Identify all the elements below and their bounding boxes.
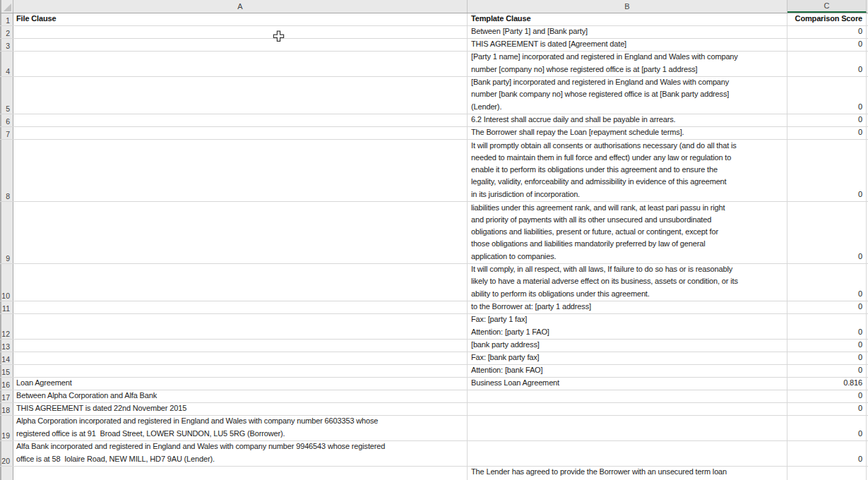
row-header-2[interactable]: 2 — [0, 26, 13, 38]
cell-B14[interactable]: Fax: [bank party fax] — [468, 352, 787, 364]
cell-C15[interactable]: 0 — [787, 365, 867, 377]
cell-A10[interactable] — [13, 264, 468, 301]
row-header-14[interactable]: 14 — [0, 352, 13, 364]
cell-C16[interactable]: 0.816 — [787, 378, 867, 390]
cell-C8[interactable]: 0 — [787, 140, 867, 201]
cell-C21[interactable]: 0.896 — [787, 467, 867, 480]
row-header-21[interactable]: 21 — [0, 467, 13, 480]
row-header-3[interactable]: 3 — [0, 39, 13, 51]
cell-B3[interactable]: THIS AGREEMENT is dated [Agreement date] — [468, 39, 787, 51]
row-19: 19Alpha Corporation incorporated and reg… — [0, 416, 868, 441]
cell-C6[interactable]: 0 — [787, 114, 867, 126]
cell-A5[interactable] — [13, 77, 468, 114]
spreadsheet-window: A B C 1File ClauseTemplate ClauseCompari… — [0, 0, 868, 480]
cell-C17[interactable]: 0 — [787, 390, 867, 402]
row-2: 2Between [Party 1] and [Bank party]0 — [0, 26, 868, 39]
cell-A12[interactable] — [13, 314, 468, 339]
cell-B12[interactable]: Fax: [party 1 fax] Attention: [party 1 F… — [468, 314, 787, 339]
cell-B9[interactable]: liabilities under this agreement rank, a… — [468, 202, 787, 263]
cell-B8[interactable]: It will promptly obtain all consents or … — [468, 140, 787, 201]
row-header-1[interactable]: 1 — [0, 13, 13, 25]
cell-A14[interactable] — [13, 352, 468, 364]
cell-A13[interactable] — [13, 340, 468, 352]
cell-C19[interactable]: 0 — [787, 416, 867, 440]
cell-B18[interactable] — [468, 403, 787, 415]
cell-B15[interactable]: Attention: [bank FAO] — [468, 365, 787, 377]
cell-B16[interactable]: Business Loan Agreement — [468, 378, 787, 390]
cell-C14[interactable]: 0 — [787, 352, 867, 364]
cell-C13[interactable]: 0 — [787, 340, 867, 352]
cell-B17[interactable] — [468, 390, 787, 402]
cell-C10[interactable]: 0 — [787, 264, 867, 301]
cell-A15[interactable] — [13, 365, 468, 377]
cell-A17[interactable]: Between Alpha Corporation and Alfa Bank — [13, 390, 468, 402]
row-header-16[interactable]: 16 — [0, 378, 13, 390]
row-header-8[interactable]: 8 — [0, 140, 13, 201]
cell-B4[interactable]: [Party 1 name] incorporated and register… — [468, 52, 787, 76]
cell-C3[interactable]: 0 — [787, 39, 867, 51]
cell-B2[interactable]: Between [Party 1] and [Bank party] — [468, 26, 787, 38]
cell-B6[interactable]: 6.2 Interest shall accrue daily and shal… — [468, 114, 787, 126]
cell-A4[interactable] — [13, 52, 468, 76]
cell-C4[interactable]: 0 — [787, 52, 867, 76]
row-header-20[interactable]: 20 — [0, 441, 13, 466]
cell-C7[interactable]: 0 — [787, 127, 867, 139]
row-header-19[interactable]: 19 — [0, 416, 13, 440]
cell-C12[interactable]: 0 — [787, 314, 867, 339]
row-9: 9liabilities under this agreement rank, … — [0, 202, 868, 264]
cell-C11[interactable]: 0 — [787, 301, 867, 313]
row-3: 3THIS AGREEMENT is dated [Agreement date… — [0, 39, 868, 52]
cell-B1[interactable]: Template Clause — [468, 13, 787, 25]
cell-C20[interactable]: 0 — [787, 441, 867, 466]
column-header-c-selected[interactable]: C — [787, 0, 867, 13]
row-20: 20Alfa Bank incorporated and registered … — [0, 441, 868, 467]
cell-A6[interactable] — [13, 114, 468, 126]
cell-A20[interactable]: Alfa Bank incorporated and registered in… — [13, 441, 468, 466]
row-header-5[interactable]: 5 — [0, 77, 13, 114]
row-14: 14Fax: [bank party fax]0 — [0, 352, 868, 365]
cell-A1[interactable]: File Clause — [13, 13, 468, 25]
cell-A8[interactable] — [13, 140, 468, 201]
cell-A16[interactable]: Loan Agreement — [13, 378, 468, 390]
select-all-button[interactable] — [0, 0, 13, 13]
cell-B21[interactable]: The Lender has agreed to provide the Bor… — [468, 467, 787, 480]
row-header-18[interactable]: 18 — [0, 403, 13, 415]
row-header-11[interactable]: 11 — [0, 301, 13, 313]
cell-C18[interactable]: 0 — [787, 403, 867, 415]
cell-B10[interactable]: It will comply, in all respect, with all… — [468, 264, 787, 301]
cell-A3[interactable] — [13, 39, 468, 51]
cell-B13[interactable]: [bank party address] — [468, 340, 787, 352]
row-header-4[interactable]: 4 — [0, 52, 13, 76]
cell-C5[interactable]: 0 — [787, 77, 867, 114]
cell-C2[interactable]: 0 — [787, 26, 867, 38]
row-header-6[interactable]: 6 — [0, 114, 13, 126]
row-11: 11to the Borrower at: [party 1 address]0 — [0, 301, 868, 314]
row-header-17[interactable]: 17 — [0, 390, 13, 402]
cell-A18[interactable]: THIS AGREEMENT is dated 22nd November 20… — [13, 403, 468, 415]
cell-B19[interactable] — [468, 416, 787, 440]
row-5: 5[Bank party] incorporated and registere… — [0, 77, 868, 114]
cell-B20[interactable] — [468, 441, 787, 466]
row-15: 15Attention: [bank FAO]0 — [0, 365, 868, 378]
cell-A21[interactable]: The Lender has agreed to provide the Bor… — [13, 467, 468, 480]
cell-B5[interactable]: [Bank party] incorporated and registered… — [468, 77, 787, 114]
row-header-13[interactable]: 13 — [0, 340, 13, 352]
cell-A7[interactable] — [13, 127, 468, 139]
cell-B7[interactable]: The Borrower shall repay the Loan [repay… — [468, 127, 787, 139]
cell-C9[interactable]: 0 — [787, 202, 867, 263]
row-header-9[interactable]: 9 — [0, 202, 13, 263]
row-18: 18THIS AGREEMENT is dated 22nd November … — [0, 403, 868, 416]
row-header-12[interactable]: 12 — [0, 314, 13, 339]
cell-C1[interactable]: Comparison Score — [787, 13, 867, 25]
cell-B11[interactable]: to the Borrower at: [party 1 address] — [468, 301, 787, 313]
cell-A9[interactable] — [13, 202, 468, 263]
cell-A11[interactable] — [13, 301, 468, 313]
row-header-15[interactable]: 15 — [0, 365, 13, 377]
cell-A19[interactable]: Alpha Corporation incorporated and regis… — [13, 416, 468, 440]
row-header-7[interactable]: 7 — [0, 127, 13, 139]
column-header-a[interactable]: A — [13, 0, 468, 13]
cell-A2[interactable] — [13, 26, 468, 38]
column-header-b[interactable]: B — [468, 0, 787, 13]
row-1: 1File ClauseTemplate ClauseComparison Sc… — [0, 13, 868, 26]
row-header-10[interactable]: 10 — [0, 264, 13, 301]
